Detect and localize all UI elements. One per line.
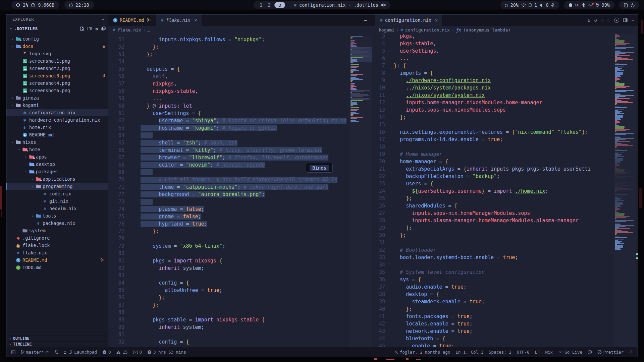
tree-item-screenshot2-png[interactable]: screenshot2.png [6, 65, 108, 72]
tab-configuration-nix[interactable]: ❄ configuration.nix × [375, 14, 443, 26]
warnings-indicator[interactable]: 15 [116, 350, 127, 355]
clipboard-icon[interactable] [624, 3, 628, 7]
ports-indicator[interactable]: 0 [133, 350, 142, 355]
power-button-icon[interactable] [631, 3, 635, 7]
refresh-explorer-icon[interactable]: ↻ [95, 26, 98, 31]
notifications-bell-icon[interactable] [629, 350, 633, 354]
sync-icon[interactable]: ⟳ [46, 350, 49, 355]
tree-item-screenshot6-png[interactable]: screenshot6.png [6, 87, 108, 94]
encoding-setting[interactable]: UTF-8 [517, 350, 530, 355]
tree-item-code-nix[interactable]: ❄code.nix [6, 190, 108, 197]
timeline-section[interactable]: › TIMELINE [6, 341, 108, 347]
code-editor-configuration-nix[interactable]: 3456789101112131415161718192021222324252… [372, 34, 638, 347]
git-branch-indicator[interactable]: master* ⟳ [21, 350, 49, 355]
minimap[interactable] [614, 34, 636, 347]
tabbar-more-icon[interactable]: ⋯ [364, 17, 372, 23]
notification-wave-icon[interactable] [588, 3, 593, 7]
remote-indicator[interactable] [11, 350, 15, 354]
breadcrumb-left[interactable]: ❄ flake.nix › … [108, 26, 372, 34]
errors-count: 0 [108, 350, 111, 355]
tree-item-docs[interactable]: ›≡docs● [6, 43, 108, 50]
tree-item-configuration-nix[interactable]: ❄configuration.nix [6, 109, 108, 116]
code-line: outputs = { [141, 65, 346, 73]
tree-item-readme-md[interactable]: iREADME.md [6, 131, 108, 138]
breadcrumb-right[interactable]: kogami › ❄ configuration.nix › ƒx (anony… [372, 26, 638, 34]
minimap[interactable] [350, 36, 372, 347]
launchpad-button[interactable]: Launchpad [63, 350, 97, 355]
eol-setting[interactable]: LF [535, 350, 540, 355]
tree-item-flake-nix[interactable]: ❄flake.nix [6, 249, 108, 256]
file-type-icon [15, 140, 21, 144]
tree-item-hardware-configuration-nix[interactable]: ❄hardware-configuration.nix [6, 116, 108, 124]
errors-indicator[interactable]: 0 [102, 350, 111, 355]
workspace-root-row[interactable]: › .DOTFILES ↻ [6, 24, 108, 33]
breadcrumb-item[interactable]: configuration.nix [405, 27, 450, 33]
chevron-down-icon: › [10, 140, 15, 144]
tree-item-readme-md[interactable]: iREADME.md9+ [6, 256, 108, 264]
tab-readme[interactable]: i README.md 9+ [108, 14, 156, 26]
outline-section[interactable]: › OUTLINE [6, 336, 108, 341]
git-compare-indicator[interactable] [54, 350, 58, 354]
indentation-setting[interactable]: Spaces: 2 [489, 350, 512, 355]
breadcrumb-item[interactable]: kogami [379, 27, 394, 33]
prettier-indicator[interactable]: Prettier [597, 350, 624, 355]
nav-circle-icon[interactable]: ◌ [601, 18, 604, 23]
language-mode[interactable]: Nix [545, 350, 553, 355]
collapse-folders-icon[interactable] [101, 26, 106, 31]
code-lines[interactable]: pkgs, pkgs-stable, userSettings, ...}: {… [394, 34, 591, 347]
navigate-back-icon[interactable]: ↺ [594, 18, 597, 23]
tree-item-home[interactable]: ›⌂home [6, 146, 108, 153]
tree-item-neovim-nix[interactable]: ❄neovim.nix [6, 205, 108, 212]
tree-item-desktop[interactable]: ›▭desktop [6, 161, 108, 168]
workspace-1[interactable]: 1 [258, 2, 264, 8]
tree-item-apps[interactable]: ›▦apps [6, 153, 108, 161]
tree-item-screenshot1-png[interactable]: screenshot1.png [6, 57, 108, 65]
explorer-more-actions-icon[interactable]: ⋯ [102, 17, 104, 22]
git-blame-indicator[interactable]: foglar, 2 months ago [394, 350, 450, 355]
tree-item-logo-svg[interactable]: *logo.svg [6, 50, 108, 57]
tree-item--gitignore[interactable]: .gitignore [6, 234, 108, 242]
new-file-icon[interactable] [80, 26, 84, 31]
tree-item-todo-md[interactable]: ✓TODO.md [6, 264, 108, 271]
go-live-button[interactable]: Go Live [558, 350, 582, 355]
nav-circle-forward-icon[interactable]: ◌ [607, 18, 610, 23]
time-tracker-indicator[interactable]: 3 hrs 53 mins [147, 350, 186, 355]
tree-item-packages-nix[interactable]: ❄packages.nix [6, 220, 108, 227]
check-icon: ✓ [16, 265, 20, 270]
sync-icon[interactable]: ↻ [588, 18, 590, 23]
workspace-2[interactable]: 2 [266, 2, 272, 8]
tree-item-flake-lock[interactable]: flake.lock [6, 242, 108, 249]
breadcrumb-item[interactable]: (anonymous lambda) [463, 27, 511, 33]
close-icon[interactable]: × [194, 17, 197, 23]
tree-item-programming[interactable]: ›programming [6, 183, 108, 190]
tab-label: flake.nix [166, 17, 191, 23]
split-editor-icon[interactable] [623, 18, 628, 22]
tree-item-system[interactable]: ›system [6, 227, 108, 234]
breadcrumb-item[interactable]: … [147, 27, 150, 33]
uc-tray-icon[interactable]: UC [575, 3, 579, 7]
feedback-smiley-icon[interactable] [588, 350, 592, 354]
tree-item-ginoza[interactable]: ›ginoza [6, 94, 108, 102]
tree-item-kogami[interactable]: ›kogami [6, 102, 108, 109]
run-code-icon[interactable]: ▶ [614, 18, 619, 23]
tree-item-screenshot4-png[interactable]: screenshot4.png [6, 79, 108, 87]
tree-item-tools[interactable]: ››tools [6, 212, 108, 220]
code-line: inputs.home-manager.nixosModules.home-ma… [394, 99, 591, 106]
tree-item-label: programming [43, 184, 72, 189]
more-actions-icon[interactable]: ⋯ [632, 18, 634, 23]
new-folder-icon[interactable] [88, 26, 92, 31]
tree-item-applications[interactable]: ›▦applications [6, 175, 108, 183]
tree-item-config[interactable]: ›⚙config [6, 35, 108, 43]
tree-item-screenshot3-png[interactable]: screenshot3.pngU [6, 72, 108, 79]
breadcrumb-item[interactable]: flake.nix [117, 27, 141, 33]
code-lines[interactable]: inputs.nixpkgs.follows = "nixpkgs"; }; }… [141, 36, 346, 347]
tree-item-home-nix[interactable]: ❄home.nix [6, 124, 108, 131]
workspace-3-active[interactable]: 3 [274, 2, 285, 8]
close-icon[interactable]: × [435, 17, 438, 23]
cursor-position[interactable]: Ln 1, Col 1 [455, 350, 483, 355]
code-editor-flake-nix[interactable]: 5152535455565758596061626364656667686970… [108, 34, 372, 347]
tree-item-nixos[interactable]: ›nixos [6, 138, 108, 146]
tree-item-git-nix[interactable]: ❄git.nix [6, 197, 108, 205]
tree-item-packages[interactable]: ›+packages [6, 168, 108, 175]
tab-flake-nix[interactable]: ❄ flake.nix × [156, 14, 202, 26]
